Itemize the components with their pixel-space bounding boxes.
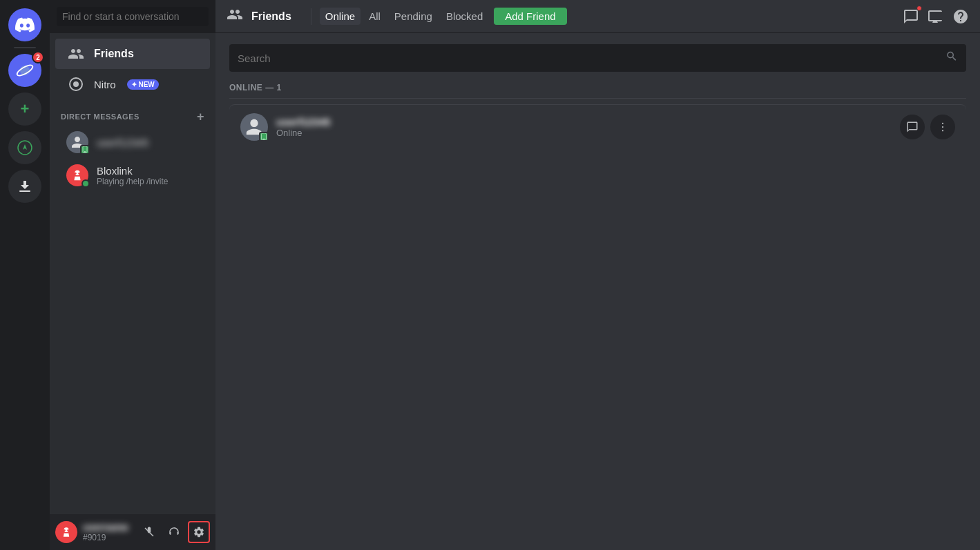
dm-content: Friends Nitro NEW Direct Messages + <box>50 33 215 514</box>
main-content: Friends Online All Pending Blocked Add F… <box>215 0 980 550</box>
notification-badge: 2 <box>32 51 44 63</box>
friends-nav-item[interactable]: Friends <box>55 39 210 69</box>
dm-section-header: Direct Messages + <box>50 99 215 126</box>
headset-button[interactable] <box>163 521 185 543</box>
header-divider <box>311 8 311 25</box>
tab-all[interactable]: All <box>363 8 386 25</box>
mute-button[interactable] <box>138 521 160 543</box>
dm-username-1: Bloxlink <box>97 165 168 177</box>
dm-section-label: Direct Messages <box>61 112 140 121</box>
inbox-button[interactable] <box>903 8 919 25</box>
friends-search-container <box>229 44 966 72</box>
server-sidebar: 2 + <box>0 0 50 550</box>
inbox-notification-badge <box>916 6 922 11</box>
svg-point-13 <box>64 529 66 531</box>
svg-marker-3 <box>23 144 27 150</box>
friends-nav-label: Friends <box>94 48 134 60</box>
friends-nav-icon <box>66 44 86 63</box>
dm-search-bar <box>50 0 215 33</box>
download-button[interactable] <box>8 170 41 203</box>
dm-item-0[interactable]: userf12345 <box>55 126 210 159</box>
main-header: Friends Online All Pending Blocked Add F… <box>215 0 980 33</box>
tab-pending[interactable]: Pending <box>389 8 438 25</box>
svg-point-20 <box>942 130 943 131</box>
nitro-label: Nitro <box>94 79 116 90</box>
svg-rect-17 <box>263 139 265 139</box>
add-friend-button[interactable]: Add Friend <box>494 8 566 25</box>
discord-home-button[interactable] <box>8 8 41 41</box>
friends-body: ONLINE — 1 userf12345 Online <box>215 33 980 550</box>
user-bar-name: username <box>83 522 133 533</box>
friend-more-button-0[interactable] <box>930 115 955 139</box>
server-divider <box>14 47 36 48</box>
dm-item-1[interactable]: Bloxlink Playing /help /invite <box>55 159 210 192</box>
friend-avatar-wrap-0 <box>240 113 268 141</box>
tab-online[interactable]: Online <box>320 8 361 25</box>
explore-servers-button[interactable] <box>8 131 41 164</box>
friend-status-mobile-0 <box>259 132 269 141</box>
nitro-new-badge: NEW <box>127 79 159 90</box>
svg-rect-4 <box>19 190 30 192</box>
friend-row-0[interactable]: userf12345 Online <box>229 104 966 149</box>
online-section-header: ONLINE — 1 <box>229 83 966 99</box>
user-bar-icons <box>138 521 210 543</box>
friend-status-text-0: Online <box>276 128 900 138</box>
friend-info-0: userf12345 Online <box>276 116 900 138</box>
nitro-nav-item[interactable]: Nitro NEW <box>55 69 210 99</box>
dm-avatar-wrap-0 <box>66 131 88 153</box>
user-bar-info: username #9019 <box>83 522 133 542</box>
svg-point-6 <box>73 81 79 87</box>
dm-status-mobile-0 <box>80 145 90 155</box>
user-bar: username #9019 <box>50 514 215 550</box>
settings-button[interactable] <box>188 521 210 543</box>
dm-status-online-1 <box>81 179 90 188</box>
monitor-button[interactable] <box>928 8 944 25</box>
header-friends-icon <box>227 6 243 26</box>
svg-point-18 <box>942 123 943 124</box>
help-button[interactable] <box>952 8 969 25</box>
server-icon-planet[interactable]: 2 <box>8 54 41 87</box>
dm-username-0: userf12345 <box>97 137 148 148</box>
user-bar-avatar <box>55 521 77 543</box>
user-bar-tag: #9019 <box>83 533 133 542</box>
svg-point-19 <box>942 126 943 128</box>
dm-user-info-0: userf12345 <box>97 137 148 148</box>
dm-sidebar: Friends Nitro NEW Direct Messages + <box>50 0 215 550</box>
header-title: Friends <box>251 10 291 23</box>
friend-message-button-0[interactable] <box>900 115 925 139</box>
friends-search-input[interactable] <box>229 44 966 72</box>
svg-point-14 <box>67 529 69 531</box>
tab-blocked[interactable]: Blocked <box>441 8 488 25</box>
dm-user-info-1: Bloxlink Playing /help /invite <box>97 165 168 186</box>
svg-point-10 <box>75 173 77 175</box>
dm-avatar-wrap-1 <box>66 164 88 186</box>
friend-username-0: userf12345 <box>276 116 900 128</box>
svg-point-11 <box>78 173 80 175</box>
svg-rect-8 <box>84 152 86 153</box>
dm-status-text-1: Playing /help /invite <box>97 177 168 186</box>
dm-add-button[interactable]: + <box>197 110 204 123</box>
find-conversation-input[interactable] <box>57 7 209 26</box>
friend-actions-0 <box>900 115 955 139</box>
add-server-button[interactable]: + <box>8 92 41 126</box>
nitro-icon <box>66 75 86 94</box>
search-icon <box>945 50 958 66</box>
